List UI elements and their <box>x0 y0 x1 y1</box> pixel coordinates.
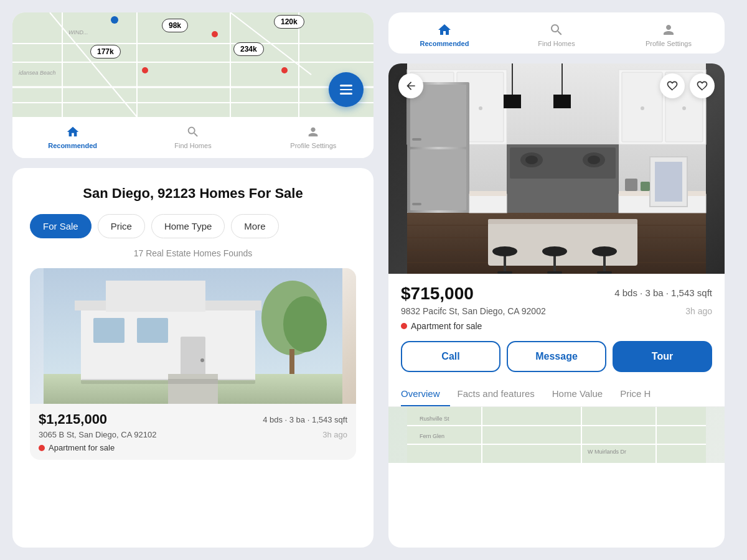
detail-tag: Apartment for sale <box>411 321 482 331</box>
tab-facts[interactable]: Facts and features <box>458 382 545 406</box>
svg-rect-85 <box>655 162 682 202</box>
nav-label-profile-settings: Profile Settings <box>290 142 336 149</box>
svg-point-73 <box>492 246 517 256</box>
heart-icon <box>696 80 708 92</box>
svg-point-76 <box>542 246 567 256</box>
action-buttons: Call Message Tour <box>401 341 712 372</box>
map-svg: idansea Beach WIND... <box>12 12 374 117</box>
svg-rect-72 <box>497 271 512 274</box>
svg-rect-83 <box>553 95 571 108</box>
tour-button[interactable]: Tour <box>613 341 712 372</box>
svg-rect-56 <box>410 149 466 210</box>
tab-price-history[interactable]: Price H <box>620 382 660 406</box>
detail-info: $715,000 4 bds · 3 ba · 1,543 sqft 9832 … <box>388 274 725 407</box>
mini-map: Rushville St Fern Glen W Muirlands Dr <box>388 407 725 463</box>
person-icon <box>306 124 321 139</box>
price-label-234k: 234k <box>233 42 264 56</box>
home-time: 3h ago <box>322 430 347 439</box>
svg-rect-80 <box>512 63 513 95</box>
search-title: San Diego, 92123 Homes For Sale <box>30 185 356 202</box>
svg-rect-82 <box>561 63 563 95</box>
back-button[interactable] <box>398 73 423 98</box>
svg-rect-22 <box>181 337 205 380</box>
svg-rect-58 <box>412 203 421 205</box>
share-button[interactable] <box>660 73 685 98</box>
map-card: idansea Beach WIND... 98k 120k 177k 234k <box>12 12 374 158</box>
detail-address: 9832 Pacifc St, San Diego, CA 92002 <box>401 306 546 316</box>
detail-card: $715,000 4 bds · 3 ba · 1,543 sqft 9832 … <box>388 63 725 548</box>
svg-rect-70 <box>488 219 637 224</box>
home-beds: 4 bds · 3 ba · 1,543 sqft <box>263 415 347 424</box>
svg-rect-21 <box>137 318 168 343</box>
svg-text:WIND...: WIND... <box>68 29 88 35</box>
map-dot-red-2 <box>142 67 148 73</box>
nav-item-find-homes[interactable]: Find Homes <box>168 124 218 149</box>
detail-time: 3h ago <box>685 306 712 316</box>
top-nav-card: Recommended Find Homes Profile Settings <box>388 12 725 54</box>
nav-label-find-homes: Find Homes <box>174 142 211 149</box>
detail-tabs: Overview Facts and features Home Value P… <box>388 382 725 407</box>
back-arrow-icon <box>405 80 417 92</box>
nav-item-recommended[interactable]: Recommended <box>48 124 98 149</box>
svg-rect-26 <box>81 379 255 384</box>
top-nav-item-find-homes[interactable]: Find Homes <box>532 22 581 47</box>
share-icon <box>666 80 679 92</box>
detail-status-dot <box>401 323 407 329</box>
svg-rect-75 <box>547 271 562 274</box>
home-tag: Apartment for sale <box>49 443 115 452</box>
list-icon <box>340 85 352 95</box>
svg-rect-81 <box>504 95 521 108</box>
filter-row: For Sale Price Home Type More <box>30 214 356 238</box>
svg-rect-25 <box>168 374 218 404</box>
svg-rect-65 <box>469 194 507 213</box>
detail-beds: 4 bds · 3 ba · 1,543 sqft <box>614 287 712 298</box>
home-listing-card[interactable]: $1,215,000 4 bds · 3 ba · 1,543 sqft 306… <box>30 268 356 460</box>
svg-point-41 <box>641 106 644 110</box>
svg-rect-20 <box>93 318 125 343</box>
filter-price[interactable]: Price <box>98 214 145 238</box>
detail-listing-image <box>388 63 725 274</box>
search-results-card: San Diego, 92123 Homes For Sale For Sale… <box>12 168 374 548</box>
house-illustration <box>30 268 356 404</box>
list-view-fab[interactable] <box>329 72 364 107</box>
call-button[interactable]: Call <box>401 341 500 372</box>
filter-for-sale[interactable]: For Sale <box>30 214 92 238</box>
home-listing-image <box>30 268 356 404</box>
bottom-nav-map-card: Recommended Find Homes Profile Settings <box>12 117 374 158</box>
svg-point-16 <box>283 296 327 352</box>
svg-text:idansea Beach: idansea Beach <box>19 70 56 76</box>
home-icon <box>65 124 80 139</box>
detail-price: $715,000 <box>401 284 474 304</box>
svg-rect-57 <box>412 138 421 141</box>
left-panel: idansea Beach WIND... 98k 120k 177k 234k <box>12 12 374 548</box>
svg-point-37 <box>479 106 482 110</box>
nav-label-recommended: Recommended <box>48 142 97 149</box>
filter-more[interactable]: More <box>231 214 278 238</box>
svg-rect-0 <box>12 12 374 117</box>
search-icon <box>186 124 200 139</box>
svg-rect-86 <box>625 179 637 191</box>
tab-home-value[interactable]: Home Value <box>552 382 613 406</box>
nav-item-profile-settings[interactable]: Profile Settings <box>288 124 338 149</box>
svg-rect-87 <box>641 182 650 191</box>
svg-point-42 <box>682 106 686 110</box>
home-listing-info: $1,215,000 4 bds · 3 ba · 1,543 sqft 306… <box>30 404 356 460</box>
map-dot-red-1 <box>212 31 218 37</box>
svg-rect-17 <box>289 349 294 374</box>
top-nav-item-profile[interactable]: Profile Settings <box>644 22 693 47</box>
tab-overview[interactable]: Overview <box>401 382 450 406</box>
price-label-177k: 177k <box>90 45 121 58</box>
favorite-button[interactable] <box>690 73 715 98</box>
svg-rect-78 <box>597 271 612 274</box>
svg-point-23 <box>200 358 204 362</box>
svg-point-79 <box>592 246 617 256</box>
top-nav-label-recommended: Recommended <box>420 40 469 47</box>
home-price: $1,215,000 <box>39 411 107 427</box>
message-button[interactable]: Message <box>507 341 606 372</box>
home-address: 3065 B St, San Diego, CA 92102 <box>39 430 156 439</box>
top-nav-item-recommended[interactable]: Recommended <box>420 22 469 47</box>
filter-home-type[interactable]: Home Type <box>151 214 225 238</box>
right-panel: Recommended Find Homes Profile Settings <box>388 12 725 548</box>
svg-rect-88 <box>407 407 706 463</box>
svg-rect-69 <box>488 222 637 266</box>
